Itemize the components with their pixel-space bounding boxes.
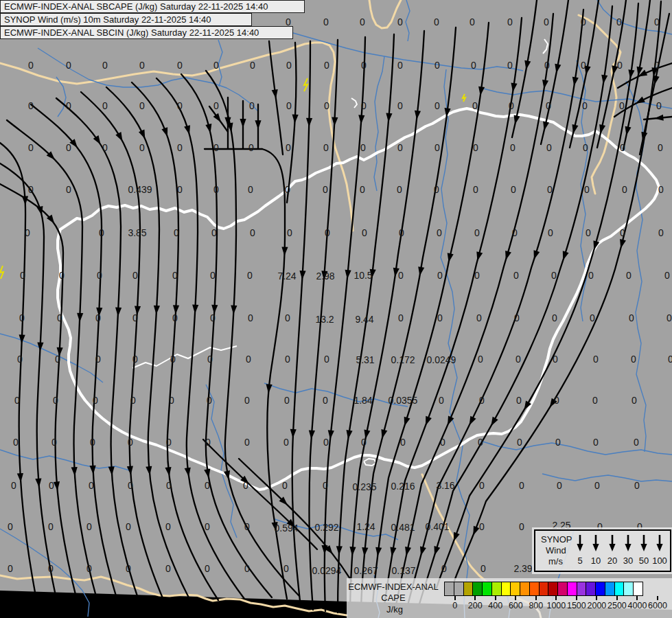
title-bar-sbcin: ECMWF-INDEX-ANAL SBCIN (J/kg) Saturday 2… bbox=[0, 26, 293, 39]
river bbox=[206, 385, 237, 538]
cape-tick bbox=[555, 596, 557, 600]
streamline bbox=[132, 82, 218, 600]
streamline-arrow-icon bbox=[369, 269, 376, 279]
streamline-arrow-icon bbox=[385, 113, 392, 122]
region-border-white bbox=[351, 98, 357, 108]
river bbox=[406, 0, 410, 41]
streamline-arrow-icon bbox=[115, 307, 121, 316]
cape-swatch bbox=[472, 582, 483, 596]
cape-color-bar bbox=[445, 582, 643, 596]
cape-tick bbox=[474, 596, 476, 600]
streamline-arrow-icon bbox=[153, 306, 160, 315]
cape-swatch bbox=[605, 582, 615, 596]
wind-legend-down-arrow-icon bbox=[577, 535, 583, 551]
streamline-arrow-icon bbox=[299, 271, 306, 280]
wind-streamlines bbox=[0, 0, 672, 617]
streamline-arrow-icon bbox=[344, 270, 351, 279]
streamline-arrow-icon bbox=[467, 416, 476, 427]
streamline-arrow-icon bbox=[184, 125, 192, 135]
cape-legend-param-label: CAPE bbox=[381, 593, 405, 603]
cape-swatch bbox=[510, 582, 520, 596]
streamline-arrow-icon bbox=[211, 305, 218, 314]
cape-tick bbox=[515, 596, 516, 600]
wind-legend-down-arrow-icon bbox=[609, 535, 615, 551]
lightning-icon bbox=[304, 78, 308, 91]
streamline-arrow-icon bbox=[502, 251, 511, 261]
cape-tick-label: 400 bbox=[488, 601, 502, 610]
streamline bbox=[81, 92, 165, 603]
streamline-arrow-icon bbox=[379, 429, 387, 439]
cape-tick bbox=[636, 596, 638, 600]
wind-speed-label: 100 bbox=[652, 556, 667, 566]
streamline bbox=[383, 18, 522, 617]
streamline-arrow-icon bbox=[413, 111, 421, 120]
cape-swatch bbox=[454, 582, 464, 596]
river bbox=[480, 441, 672, 455]
cape-swatch bbox=[595, 582, 605, 596]
streamline bbox=[262, 149, 287, 599]
streamline-arrow-icon bbox=[560, 251, 569, 261]
country-border-tan bbox=[0, 43, 353, 231]
streamline-arrow-icon bbox=[161, 127, 170, 137]
lightning-icon bbox=[0, 266, 3, 279]
river bbox=[38, 48, 258, 111]
streamline-arrow-icon bbox=[336, 546, 343, 555]
streamline-arrow-icon bbox=[255, 120, 261, 129]
cape-tick-label: 800 bbox=[529, 601, 543, 610]
streamline-arrow-icon bbox=[192, 305, 198, 314]
streamline bbox=[338, 34, 394, 613]
title-bar-sbcape: ECMWF-INDEX-ANAL SBCAPE (J/kg) Saturday … bbox=[0, 0, 305, 13]
streamline bbox=[203, 439, 317, 549]
cape-swatch bbox=[586, 582, 596, 596]
cape-color-legend: ECMWF-INDEX-ANAL CAPE J/kg 0200400600800… bbox=[347, 578, 672, 618]
streamline-arrow-icon bbox=[321, 271, 327, 280]
title-bar-synop-wind: SYNOP Wind (m/s) 10m Saturday 22-11-2025… bbox=[0, 13, 252, 26]
cape-legend-unit-label: J/kg bbox=[386, 604, 403, 615]
streamline bbox=[239, 459, 351, 581]
cape-tick bbox=[495, 596, 496, 600]
streamline-arrow-icon bbox=[240, 119, 246, 128]
cape-tick bbox=[616, 596, 618, 600]
cape-tick bbox=[454, 596, 456, 600]
streamline-arrow-icon bbox=[432, 546, 441, 556]
streamline-arrow-icon bbox=[127, 466, 134, 475]
streamline-arrow-icon bbox=[358, 115, 364, 124]
streamline-arrow-icon bbox=[618, 239, 626, 249]
streamline-arrow-icon bbox=[35, 478, 42, 488]
cape-tick-label: 2500 bbox=[607, 601, 627, 610]
cape-swatch bbox=[501, 582, 511, 596]
region-border-white bbox=[132, 346, 237, 368]
streamline-arrow-icon bbox=[402, 417, 410, 427]
region-border-white bbox=[364, 459, 376, 466]
cape-swatch bbox=[491, 582, 502, 596]
streamline bbox=[361, 27, 456, 615]
streamline-arrow-icon bbox=[654, 115, 664, 122]
title-sbcin-text: ECMWF-INDEX-ANAL SBCIN (J/kg) Saturday 2… bbox=[4, 27, 259, 38]
region-border-white bbox=[543, 39, 548, 54]
streamline-arrow-icon bbox=[531, 250, 540, 260]
streamline-arrow-icon bbox=[108, 466, 115, 476]
streamline-arrow-icon bbox=[308, 430, 315, 439]
cape-swatch bbox=[539, 582, 549, 596]
river bbox=[542, 474, 672, 481]
streamline-arrow-icon bbox=[547, 398, 557, 409]
wind-speed-legend: SYNOP Wind m/s 510203050100 bbox=[534, 529, 671, 572]
streamline bbox=[181, 74, 272, 597]
cape-swatch bbox=[482, 582, 492, 596]
cape-tick-label: 600 bbox=[509, 601, 523, 610]
wind-speed-label: 30 bbox=[623, 556, 633, 566]
streamline bbox=[405, 10, 583, 617]
cape-swatch bbox=[529, 582, 540, 596]
cape-swatch bbox=[633, 582, 643, 596]
streamline-arrow-icon bbox=[90, 466, 97, 475]
country-border-tan bbox=[369, 0, 401, 28]
streamline-arrow-icon bbox=[332, 117, 338, 126]
wind-speed-label: 20 bbox=[607, 556, 617, 566]
streamline-arrow-icon bbox=[134, 306, 141, 314]
cape-tick-label: 6000 bbox=[648, 601, 667, 610]
streamline-arrow-icon bbox=[470, 526, 479, 537]
lightning-icon bbox=[463, 94, 465, 102]
streamline-arrow-icon bbox=[349, 547, 356, 556]
cape-swatch bbox=[614, 582, 625, 596]
cape-tick-label: 200 bbox=[468, 601, 483, 610]
